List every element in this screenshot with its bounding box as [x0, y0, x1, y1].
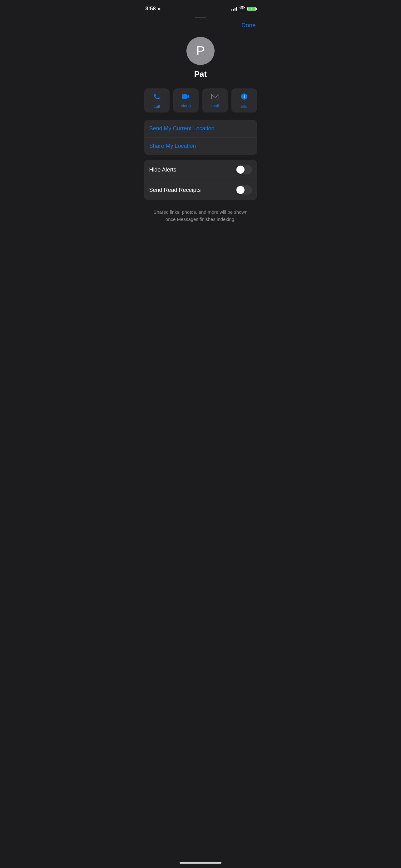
- wifi-icon: [239, 6, 245, 11]
- share-my-location-label: Share My Location: [149, 143, 196, 149]
- hide-alerts-toggle[interactable]: [236, 165, 252, 174]
- battery-icon: ⚡: [247, 7, 256, 11]
- action-buttons-row: call video mail info: [139, 88, 262, 113]
- phone-icon: [153, 93, 161, 102]
- share-my-location-item[interactable]: Share My Location: [144, 137, 257, 155]
- send-current-location-label: Send My Current Location: [149, 125, 214, 132]
- hide-alerts-toggle-knob: [236, 165, 244, 174]
- info-label: info: [241, 104, 247, 109]
- hide-alerts-label: Hide Alerts: [149, 166, 176, 173]
- send-read-receipts-toggle-knob: [236, 186, 244, 194]
- toggle-section: Hide Alerts Send Read Receipts: [144, 160, 257, 200]
- done-button[interactable]: Done: [241, 22, 256, 29]
- mail-icon: [211, 93, 219, 101]
- send-current-location-item[interactable]: Send My Current Location: [144, 120, 257, 137]
- contact-name: Pat: [194, 69, 207, 79]
- video-button[interactable]: video: [173, 88, 199, 113]
- avatar: P: [187, 37, 214, 65]
- location-arrow-icon: ➤: [157, 6, 161, 11]
- send-read-receipts-label: Send Read Receipts: [149, 187, 201, 193]
- modal-handle: [139, 16, 262, 21]
- status-time-area: 3:58 ➤: [145, 6, 161, 12]
- send-read-receipts-item[interactable]: Send Read Receipts: [144, 180, 257, 200]
- info-button[interactable]: info: [231, 88, 257, 113]
- time-display: 3:58: [145, 6, 156, 12]
- indexing-info-text: Shared links, photos, and more will be s…: [139, 205, 262, 226]
- header: Done: [139, 21, 262, 34]
- contact-section: P Pat: [139, 34, 262, 88]
- mail-button[interactable]: mail: [202, 88, 228, 113]
- video-label: video: [181, 103, 191, 108]
- info-icon: [240, 93, 248, 102]
- svg-point-3: [244, 95, 244, 96]
- mail-label: mail: [211, 103, 219, 108]
- video-icon: [182, 93, 190, 101]
- signal-bars-icon: [231, 7, 237, 11]
- svg-rect-1: [211, 94, 219, 99]
- hide-alerts-item[interactable]: Hide Alerts: [144, 160, 257, 180]
- status-right-area: ⚡: [231, 6, 256, 11]
- avatar-letter: P: [196, 43, 205, 58]
- svg-rect-4: [244, 96, 244, 98]
- location-section: Send My Current Location Share My Locati…: [144, 120, 257, 155]
- svg-rect-0: [182, 94, 187, 99]
- call-button[interactable]: call: [144, 88, 170, 113]
- call-label: call: [154, 104, 160, 109]
- send-read-receipts-toggle[interactable]: [236, 185, 252, 195]
- status-bar: 3:58 ➤ ⚡: [139, 0, 262, 16]
